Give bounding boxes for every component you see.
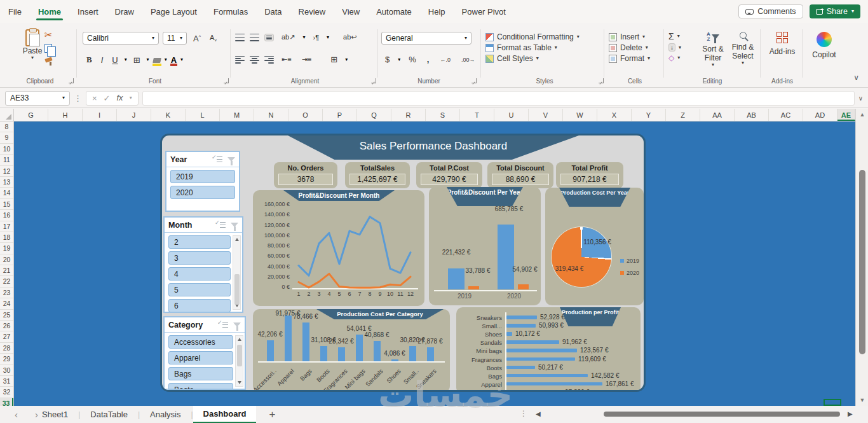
ribbon-tab-power-pivot[interactable]: Power Pivot xyxy=(454,2,514,22)
ribbon-tab-home[interactable]: Home xyxy=(30,2,69,22)
column-header-G[interactable]: G xyxy=(14,109,48,121)
row-header-9[interactable]: 9 xyxy=(0,132,13,143)
sheet-tab-sheet1[interactable]: Sheet1 xyxy=(32,406,78,423)
column-header-P[interactable]: P xyxy=(323,109,357,121)
hscroll-right-arrow[interactable]: ▶ xyxy=(848,410,853,417)
row-header-13[interactable]: 13 xyxy=(0,177,13,188)
slicer-item-accessories[interactable]: Accessories xyxy=(168,335,233,349)
format-as-table-button[interactable]: Format as Table▾ xyxy=(485,43,580,52)
percent-button[interactable]: % xyxy=(406,53,419,66)
slicer-item-2020[interactable]: 2020 xyxy=(170,186,235,199)
clear-filter-icon[interactable] xyxy=(233,322,241,327)
slicer-scrollbar[interactable] xyxy=(235,335,243,387)
align-right-button[interactable] xyxy=(264,56,274,64)
comments-button[interactable]: Comments xyxy=(738,4,803,18)
align-bottom-button[interactable] xyxy=(264,34,274,41)
format-painter-button[interactable] xyxy=(44,57,53,65)
align-middle-button[interactable] xyxy=(250,34,259,41)
formula-input[interactable] xyxy=(142,91,855,106)
row-header-8[interactable]: 8 xyxy=(0,121,13,132)
copy-button[interactable] xyxy=(44,44,52,53)
slicer-item-2019[interactable]: 2019 xyxy=(170,170,235,183)
increase-decimal-button[interactable]: ←.0 xyxy=(437,55,453,64)
row-header-18[interactable]: 18 xyxy=(0,232,13,243)
row-header-24[interactable]: 24 xyxy=(0,298,13,309)
fill-button[interactable]: ↓▾ xyxy=(668,43,681,52)
increase-indent-button[interactable]: ⇥≡ xyxy=(299,54,315,65)
sheet-tab-analysis[interactable]: Analysis xyxy=(140,406,191,423)
decrease-font-button[interactable]: A˅ xyxy=(207,32,219,44)
insert-function-button[interactable]: fx xyxy=(117,93,123,103)
ribbon-tab-help[interactable]: Help xyxy=(420,2,454,22)
wrap-text-button[interactable]: ab↩ xyxy=(341,32,359,43)
column-header-AC[interactable]: AC xyxy=(769,109,803,121)
column-header-X[interactable]: X xyxy=(597,109,632,121)
slicer-item-4[interactable]: 4 xyxy=(168,267,231,281)
underline-button[interactable]: U xyxy=(109,54,120,66)
collapse-ribbon-button[interactable]: ∨ xyxy=(853,73,859,82)
slicer-item-3[interactable]: 3 xyxy=(168,251,231,265)
ribbon-tab-automate[interactable]: Automate xyxy=(368,2,420,22)
scroll-thumb[interactable] xyxy=(234,274,240,305)
ribbon-tab-review[interactable]: Review xyxy=(290,2,334,22)
comma-button[interactable]: , xyxy=(424,53,432,66)
row-header-31[interactable]: 31 xyxy=(0,376,13,387)
row-header-27[interactable]: 27 xyxy=(0,331,13,342)
scroll-down-arrow[interactable] xyxy=(238,381,241,384)
select-all-button[interactable] xyxy=(0,109,14,121)
number-format-select[interactable]: General▾ xyxy=(381,32,471,45)
scroll-thumb[interactable] xyxy=(237,345,242,366)
number-dialog-launcher[interactable] xyxy=(471,78,477,83)
styles-dialog-launcher[interactable] xyxy=(599,78,604,83)
column-header-O[interactable]: O xyxy=(288,109,323,121)
row-header-32[interactable]: 32 xyxy=(0,387,13,398)
multi-select-icon[interactable] xyxy=(219,321,228,329)
align-left-button[interactable] xyxy=(235,56,245,64)
column-header-Q[interactable]: Q xyxy=(357,109,391,121)
column-header-K[interactable]: K xyxy=(151,109,186,121)
slicer-item-bags[interactable]: Bags xyxy=(168,367,233,380)
column-header-AA[interactable]: AA xyxy=(700,109,735,121)
sheet-nav-left-arrow[interactable]: ‹ xyxy=(8,409,25,420)
text-direction-button[interactable]: ›¶ xyxy=(310,32,322,43)
slicer-item-2[interactable]: 2 xyxy=(168,235,231,249)
ribbon-tab-insert[interactable]: Insert xyxy=(69,2,107,22)
slicer-item-5[interactable]: 5 xyxy=(168,283,231,296)
delete-cells-button[interactable]: Delete▾ xyxy=(609,43,650,52)
row-header-30[interactable]: 30 xyxy=(0,365,13,376)
increase-font-button[interactable]: A^ xyxy=(191,32,203,45)
column-header-AD[interactable]: AD xyxy=(803,109,837,121)
ribbon-tab-data[interactable]: Data xyxy=(256,2,290,22)
ribbon-tab-draw[interactable]: Draw xyxy=(107,2,142,22)
column-header-S[interactable]: S xyxy=(426,109,460,121)
slicer-item-6[interactable]: 6 xyxy=(168,299,231,312)
share-button[interactable]: Share ▾ xyxy=(810,4,860,18)
font-size-select[interactable]: 11▾ xyxy=(163,32,187,45)
row-header-28[interactable]: 28 xyxy=(0,343,13,354)
bold-button[interactable]: B xyxy=(84,53,95,66)
column-header-R[interactable]: R xyxy=(391,109,426,121)
row-header-25[interactable]: 25 xyxy=(0,310,13,321)
font-dialog-launcher[interactable] xyxy=(224,78,229,83)
scroll-down-arrow[interactable]: ▼ xyxy=(856,397,868,403)
addins-button[interactable]: Add-ins xyxy=(766,32,798,56)
decrease-decimal-button[interactable]: .00→ xyxy=(459,55,478,64)
scroll-up-arrow[interactable] xyxy=(238,338,241,341)
row-header-21[interactable]: 21 xyxy=(0,265,13,276)
row-header-16[interactable]: 16 xyxy=(0,210,13,221)
column-header-I[interactable]: I xyxy=(83,109,117,121)
ribbon-tab-page-layout[interactable]: Page Layout xyxy=(142,2,205,22)
column-header-W[interactable]: W xyxy=(563,109,597,121)
sort-filter-button[interactable]: AZ Sort & Filter▾ xyxy=(699,32,727,67)
cell-styles-button[interactable]: Cell Styles▾ xyxy=(485,54,580,63)
name-box[interactable]: AE33▾ xyxy=(5,91,70,106)
paste-button[interactable]: Paste ▾ xyxy=(18,29,47,71)
expand-formula-bar-button[interactable]: ∨ xyxy=(858,95,863,102)
column-header-Y[interactable]: Y xyxy=(632,109,666,121)
column-header-V[interactable]: V xyxy=(529,109,563,121)
column-header-Z[interactable]: Z xyxy=(666,109,700,121)
sheet-tab-dashboard[interactable]: Dashboard xyxy=(193,406,257,423)
row-header-23[interactable]: 23 xyxy=(0,288,13,298)
fill-color-button[interactable] xyxy=(153,56,161,64)
column-header-AE[interactable]: AE xyxy=(837,109,855,121)
